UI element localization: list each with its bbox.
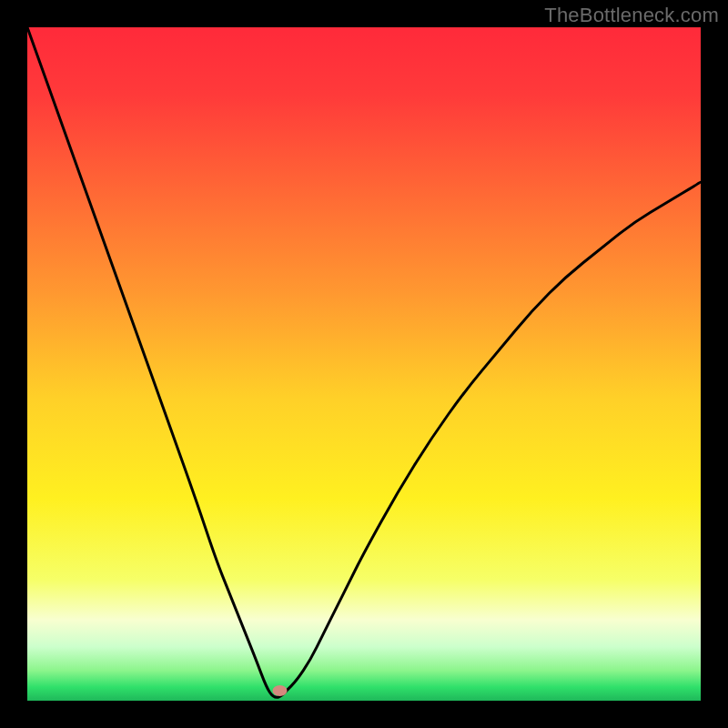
gradient-background <box>27 27 701 701</box>
chart-container: TheBottleneck.com <box>0 0 728 728</box>
optimum-marker <box>273 685 288 696</box>
plot-area <box>27 27 701 701</box>
watermark-label: TheBottleneck.com <box>544 4 719 27</box>
chart-svg <box>27 27 701 701</box>
